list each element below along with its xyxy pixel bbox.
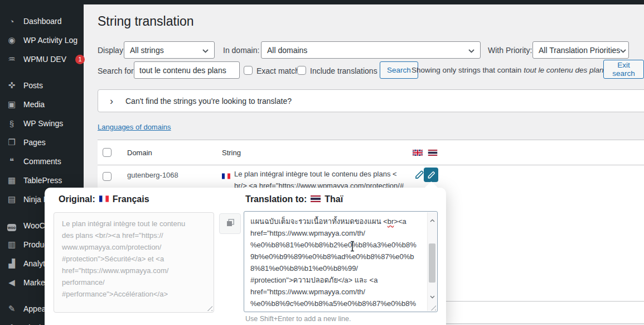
sidebar-item-wpmu-dev[interactable]: ♒ WPMU DEV 1 [0, 50, 84, 69]
display-filter-value: All strings [130, 46, 164, 55]
original-label: Original: [59, 194, 95, 204]
edit-thai-button[interactable] [424, 168, 438, 182]
in-domain-filter-value: All domains [267, 46, 307, 55]
textarea-scrollbar[interactable] [427, 212, 437, 311]
chevron-right-icon: › [110, 96, 113, 106]
admin-bar [0, 0, 644, 4]
sidebar-item-dashboard[interactable]: ◔ Dashboard [0, 12, 84, 31]
search-term: tout le contenu des plans [524, 66, 607, 74]
flag-thailand-icon [428, 148, 438, 158]
dashboard-icon: ◔ [6, 17, 17, 26]
marketing-icon: ◀ [6, 278, 17, 288]
display-filter-label: Display: [98, 46, 125, 55]
flag-france-icon [222, 171, 230, 181]
wp-swings-icon: § [6, 119, 17, 128]
translation-header: Translation to: Thaï [245, 194, 343, 204]
sidebar-item-label: WPMU DEV [23, 55, 66, 64]
ninja-forms-icon: ▤ [6, 194, 17, 204]
sidebar-item-label: WP Activity Log [23, 36, 78, 45]
help-accordion-label: Can't find the strings you're looking to… [125, 97, 292, 106]
row-string-line1: Le plan intégral intègre tout le contenu… [234, 170, 397, 178]
resize-handle[interactable] [206, 305, 212, 311]
shift-enter-hint: Use Shift+Enter to add a new line. [245, 315, 351, 323]
sidebar-item-label: Media [23, 100, 45, 109]
select-all-checkbox[interactable] [103, 148, 112, 157]
translation-editor-popup: Original: Français Translation to: Thaï … [45, 188, 446, 325]
plugins-icon: ✚ [6, 323, 17, 325]
in-domain-filter-label: In domain: [223, 46, 259, 55]
woocommerce-icon: woo [6, 221, 17, 231]
sidebar-item-label: Pages [23, 138, 46, 147]
media-icon: ▣ [6, 99, 17, 109]
languages-of-domains-link[interactable]: Languages of domains [98, 123, 171, 131]
sidebar-item-posts[interactable]: ✜ Posts [0, 76, 84, 95]
translation-textarea[interactable]: แผนฉบับเต็มจะรวมเนื้อหาทั้งหมดของแผน <br… [244, 211, 438, 312]
table-header-row: Domain String [98, 140, 644, 165]
sidebar-item-tablepress[interactable]: ▦ TablePress [0, 171, 84, 190]
search-for-label: Search for: [98, 66, 135, 75]
sidebar-item-comments[interactable]: ❝ Comments [0, 152, 84, 171]
wpmu-dev-icon: ♒ [6, 54, 17, 64]
exit-search-button[interactable]: Exit search [603, 60, 644, 79]
posts-icon: ✜ [6, 80, 17, 90]
language-flags [413, 148, 438, 158]
row-checkbox[interactable] [103, 172, 112, 181]
flag-thailand-icon [311, 194, 321, 204]
page-title: String translation [98, 14, 194, 29]
chevron-down-icon [620, 46, 626, 55]
scrollbar-thumb[interactable] [429, 243, 435, 283]
sidebar-item-wp-activity-log[interactable]: ◉ WP Activity Log [0, 31, 84, 50]
analytics-icon: ▟ [6, 259, 17, 269]
original-language: Français [113, 194, 149, 204]
translation-label: Translation to: [245, 194, 307, 204]
original-textarea: Le plan intégral intègre tout le contenu… [54, 212, 214, 313]
sidebar-item-label: Comments [23, 157, 61, 166]
original-header: Original: Français [59, 194, 149, 204]
sidebar-item-media[interactable]: ▣ Media [0, 95, 84, 114]
exact-match-checkbox[interactable] [244, 66, 253, 75]
sidebar-item-wp-swings[interactable]: § WP Swings [0, 114, 84, 133]
include-translations-checkbox[interactable] [297, 66, 306, 75]
in-domain-filter-select[interactable]: All domains [261, 41, 481, 59]
sidebar-item-label: Dashboard [23, 17, 62, 26]
sidebar-item-pages[interactable]: ❐ Pages [0, 133, 84, 152]
row-domain: gutenberg-1068 [127, 171, 178, 179]
flag-france-icon [99, 194, 109, 204]
text-cursor-icon [349, 241, 356, 254]
pages-icon: ❐ [6, 137, 17, 147]
edit-english-icon[interactable] [414, 169, 425, 183]
comments-icon: ❝ [6, 156, 17, 166]
priority-filter-label: With Priority: [488, 46, 532, 55]
appearance-icon: ✎ [6, 304, 17, 314]
copy-original-button[interactable] [219, 213, 241, 234]
search-result-text: Showing only strings that contain tout l… [411, 66, 607, 74]
scroll-down-icon[interactable] [428, 290, 437, 302]
spellcheck-word: br [388, 217, 394, 226]
chevron-down-icon [202, 46, 209, 55]
activity-log-icon: ◉ [6, 35, 17, 45]
column-header-domain: Domain [127, 149, 152, 157]
copy-icon [226, 218, 235, 230]
translation-language: Thaï [325, 194, 343, 204]
flag-uk-icon [413, 148, 423, 158]
exact-match-label: Exact match [256, 66, 299, 75]
scroll-up-icon[interactable] [428, 214, 437, 226]
priority-filter-value: All Translation Priorities [539, 46, 620, 55]
chevron-down-icon [468, 46, 474, 55]
display-filter-select[interactable]: All strings [124, 41, 215, 59]
sidebar-item-label: WP Swings [23, 119, 63, 128]
priority-filter-select[interactable]: All Translation Priorities [532, 41, 629, 59]
notification-badge: 1 [75, 55, 85, 64]
sidebar-item-label: TablePress [23, 176, 62, 185]
sidebar-item-label: Posts [23, 81, 43, 90]
include-translations-label: Include translations [310, 66, 377, 75]
products-icon: ▥ [6, 240, 17, 250]
help-accordion[interactable]: › Can't find the strings you're looking … [98, 89, 644, 112]
search-input[interactable] [134, 61, 240, 79]
column-header-string: String [222, 149, 241, 157]
tablepress-icon: ▦ [6, 175, 17, 185]
